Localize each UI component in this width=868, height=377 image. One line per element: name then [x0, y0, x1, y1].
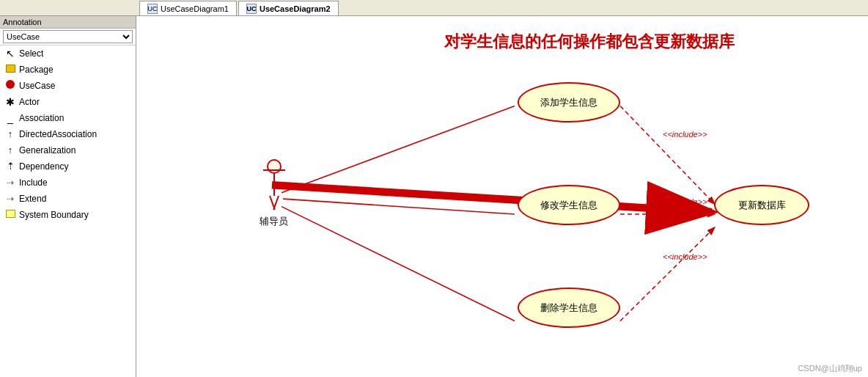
actor-counselor: 辅导员 [260, 159, 288, 228]
sidebar-item-select[interactable]: ↖ Select [0, 45, 136, 62]
actor-body [273, 174, 275, 196]
sidebar-item-directed-assoc[interactable]: ↑ DirectedAssociation [0, 126, 136, 142]
sidebar-item-dependency[interactable]: ⇡ Dependency [0, 158, 136, 175]
extend-icon: ⇢ [4, 193, 16, 205]
system-boundary-icon [4, 209, 16, 221]
tab-bar: UC UseCaseDiagram1 UC UseCaseDiagram2 [0, 0, 868, 16]
usecase-modify[interactable]: 修改学生信息 [518, 185, 620, 225]
include-label-1: <<include>> [663, 130, 707, 139]
usecase-delete[interactable]: 删除学生信息 [518, 288, 620, 328]
svg-line-1 [283, 199, 515, 214]
canvas-title: 对学生信息的任何操作都包含更新数据库 [444, 31, 735, 53]
include-label-2: <<include>> [663, 197, 707, 206]
association-icon: _ [4, 112, 16, 124]
generalization-icon: ↑ [4, 144, 16, 156]
sidebar-item-extend[interactable]: ⇢ Extend [0, 191, 136, 207]
sidebar-item-system-boundary[interactable]: System Boundary [0, 207, 136, 223]
svg-line-8 [620, 227, 715, 321]
svg-line-2 [282, 207, 515, 321]
usecase-update-db[interactable]: 更新数据库 [714, 185, 809, 225]
sidebar: Annotation UseCase ↖ Select Pack [0, 16, 136, 377]
dependency-icon: ⇡ [4, 161, 16, 172]
main-area: Annotation UseCase ↖ Select Pack [0, 16, 868, 377]
tab-usecase2[interactable]: UC UseCaseDiagram2 [238, 1, 339, 15]
sidebar-items-list: ↖ Select Package UseCase [0, 45, 136, 377]
annotation-type-select[interactable]: UseCase [3, 30, 133, 43]
sidebar-item-include[interactable]: ⇢ Include [0, 175, 136, 191]
tab2-label: UseCaseDiagram2 [260, 4, 331, 13]
svg-line-6 [620, 106, 715, 204]
actor-leg-right [273, 196, 279, 210]
usecase-delete-label: 删除学生信息 [540, 301, 597, 315]
sidebar-item-usecase[interactable]: UseCase [0, 78, 136, 94]
watermark: CSDN@山鸡翔up [798, 363, 862, 374]
include-label-3: <<include>> [663, 252, 707, 261]
app-container: UC UseCaseDiagram1 UC UseCaseDiagram2 An… [0, 0, 868, 377]
actor-label: 辅导员 [260, 215, 288, 228]
usecase-add-label: 添加学生信息 [540, 96, 597, 109]
tab1-icon: UC [147, 4, 158, 14]
usecase-modify-label: 修改学生信息 [540, 199, 597, 212]
directed-assoc-icon: ↑ [4, 128, 16, 140]
actor-icon: ✱ [4, 96, 16, 108]
svg-line-0 [282, 106, 515, 192]
sidebar-section: Annotation [0, 16, 136, 29]
tab2-icon: UC [246, 4, 257, 14]
package-icon [4, 64, 16, 76]
actor-legs [265, 196, 283, 211]
usecase-update-db-label: 更新数据库 [738, 199, 786, 212]
svg-line-5 [272, 185, 712, 212]
canvas[interactable]: 对学生信息的任何操作都包含更新数据库 [136, 16, 868, 377]
sidebar-item-association[interactable]: _ Association [0, 110, 136, 126]
sidebar-item-package[interactable]: Package [0, 62, 136, 78]
sidebar-dropdown-area: UseCase [0, 29, 136, 45]
usecase-add[interactable]: 添加学生信息 [518, 82, 620, 122]
sidebar-item-generalization[interactable]: ↑ Generalization [0, 142, 136, 158]
tab1-label: UseCaseDiagram1 [161, 4, 229, 13]
sidebar-item-actor[interactable]: ✱ Actor [0, 94, 136, 110]
actor-arms [263, 169, 285, 171]
actor-head [267, 159, 282, 174]
usecase-icon [4, 80, 16, 92]
tab-usecase1[interactable]: UC UseCaseDiagram1 [139, 1, 237, 15]
include-icon: ⇢ [4, 177, 16, 188]
cursor-icon: ↖ [4, 48, 16, 59]
